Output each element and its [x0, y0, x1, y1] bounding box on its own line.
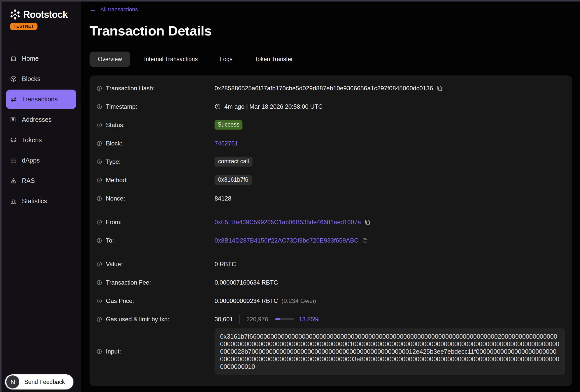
row-timestamp: Timestamp: 4m ago | Mar 18 2026 20:58:00…	[97, 97, 565, 116]
sidebar-item-label: Blocks	[22, 75, 40, 83]
info-icon[interactable]	[97, 141, 102, 146]
info-icon[interactable]	[97, 196, 102, 201]
bar-chart-icon	[10, 198, 17, 205]
row-transaction-fee: Transaction Fee: 0.000007160634 RBTC	[97, 273, 565, 292]
sidebar-item-label: Tokens	[22, 136, 42, 144]
tab-logs[interactable]: Logs	[212, 52, 241, 67]
row-block: Block: 7462761	[97, 134, 565, 152]
status-badge: Success	[215, 120, 242, 130]
info-icon[interactable]	[97, 177, 102, 183]
info-icon[interactable]	[97, 104, 102, 109]
field-label: Input:	[106, 348, 121, 355]
feedback-avatar: N	[6, 375, 19, 388]
swap-arrows-icon	[10, 96, 17, 103]
send-feedback-button[interactable]: N Send Feedback	[5, 374, 73, 389]
info-icon[interactable]	[97, 349, 102, 354]
dapps-grid-icon	[10, 157, 17, 164]
app-window: Rootstock TESTNET Home Blocks	[2, 2, 580, 392]
sidebar-item-label: Home	[22, 55, 39, 62]
gas-used-value: 30,601	[215, 316, 233, 323]
field-label: Value:	[106, 261, 122, 268]
from-address-link[interactable]: 0xF5E8a439C599205C1ab06B535de46681aed100…	[215, 219, 361, 226]
back-arrow-icon: ←	[90, 6, 96, 13]
row-transaction-hash: Transaction Hash: 0x285886525a6f37afb170…	[97, 79, 565, 97]
info-icon[interactable]	[97, 219, 102, 225]
sidebar-item-label: Statistics	[22, 198, 47, 205]
info-icon[interactable]	[97, 238, 102, 243]
tab-overview[interactable]: Overview	[90, 52, 130, 67]
sidebar-item-label: dApps	[22, 157, 40, 164]
copy-icon[interactable]	[364, 219, 370, 225]
field-label: Gas Price:	[106, 297, 134, 304]
field-label: Gas used & limit by txn:	[106, 316, 169, 323]
field-label: Nonce:	[106, 195, 125, 202]
logo-text: Rootstock	[23, 9, 68, 20]
gas-price-gwei: (0.234 Gwei)	[281, 297, 316, 304]
rootstock-logo-icon	[10, 9, 21, 20]
row-gas-used-limit: Gas used & limit by txn: 30,601 220,976 …	[97, 310, 565, 328]
gas-price-amount: 0.000000000234 RBTC	[215, 297, 278, 304]
tab-internal-transactions[interactable]: Internal Transactions	[136, 52, 206, 67]
sidebar-item-dapps[interactable]: dApps	[6, 151, 76, 170]
input-data-box: 0x3161b7f6600000000000000000000000000000…	[215, 328, 565, 375]
copy-icon[interactable]	[437, 85, 443, 91]
feedback-label: Send Feedback	[24, 379, 65, 385]
nonce-value: 84128	[215, 195, 231, 202]
info-icon[interactable]	[97, 298, 102, 304]
info-icon[interactable]	[97, 317, 102, 322]
row-type: Type: contract call	[97, 152, 565, 171]
coin-icon	[10, 137, 17, 143]
row-value: Value: 0 RBTC	[97, 255, 565, 273]
copy-icon[interactable]	[362, 238, 368, 244]
row-input: Input: 0x3161b7f660000000000000000000000…	[97, 328, 565, 375]
field-label: Transaction Hash:	[106, 85, 155, 92]
info-icon[interactable]	[97, 86, 102, 91]
mountain-icon	[10, 177, 17, 184]
back-link-label: All transactions	[100, 6, 138, 13]
contact-card-icon	[10, 116, 17, 123]
section-divider	[97, 210, 565, 210]
info-icon[interactable]	[97, 122, 102, 128]
logo-block: Rootstock TESTNET	[2, 2, 81, 30]
gas-progress-bar	[275, 318, 294, 320]
field-label: Block:	[106, 140, 122, 147]
sidebar-item-label: Transactions	[22, 96, 58, 103]
fee-amount: 0.000007160634 RBTC	[215, 279, 278, 286]
field-label: From:	[106, 219, 122, 226]
row-to: To: 0x8B14D287B4150ff22AC73Df8be720E933f…	[97, 231, 565, 250]
gas-limit-value: 220,976	[246, 316, 268, 323]
to-address-link[interactable]: 0x8B14D287B4150ff22AC73Df8be720E933f659A…	[215, 237, 358, 244]
clock-icon	[215, 103, 221, 110]
row-method: Method: 0x3161b7f6	[97, 171, 565, 189]
info-icon[interactable]	[97, 261, 102, 267]
sidebar-item-ras[interactable]: RAS	[6, 171, 76, 190]
home-icon	[10, 55, 17, 62]
row-gas-price: Gas Price: 0.000000000234 RBTC (0.234 Gw…	[97, 292, 565, 310]
timestamp-value: 4m ago | Mar 18 2026 20:58:00 UTC	[224, 103, 322, 110]
value-amount: 0 RBTC	[215, 261, 236, 268]
sidebar-item-home[interactable]: Home	[6, 49, 76, 68]
transaction-hash-value: 0x285886525a6f37afb170cbe5d029d887eb10e9…	[215, 85, 433, 92]
field-label: Transaction Fee:	[106, 279, 151, 286]
field-label: Type:	[106, 158, 121, 165]
main-content: ← All transactions Transaction Details O…	[81, 2, 580, 392]
cube-icon	[10, 75, 17, 82]
gas-percent-value: 13.85%	[299, 316, 319, 323]
method-badge: 0x3161b7f6	[215, 175, 252, 185]
transaction-details-card: Transaction Hash: 0x285886525a6f37afb170…	[90, 75, 572, 386]
sidebar-item-label: Addresses	[22, 116, 52, 123]
sidebar-item-statistics[interactable]: Statistics	[6, 191, 76, 211]
sidebar: Rootstock TESTNET Home Blocks	[2, 2, 81, 392]
network-badge: TESTNET	[10, 23, 37, 30]
sidebar-item-addresses[interactable]: Addresses	[6, 110, 76, 129]
block-number-link[interactable]: 7462761	[215, 140, 238, 147]
info-icon[interactable]	[97, 280, 102, 285]
type-badge: contract call	[215, 157, 253, 167]
sidebar-item-blocks[interactable]: Blocks	[6, 69, 76, 89]
tab-token-transfer[interactable]: Token Transfer	[246, 52, 301, 67]
tab-bar: Overview Internal Transactions Logs Toke…	[90, 52, 580, 67]
sidebar-item-tokens[interactable]: Tokens	[6, 130, 76, 150]
sidebar-item-transactions[interactable]: Transactions	[6, 90, 76, 109]
back-to-all-transactions-link[interactable]: ← All transactions	[90, 6, 138, 13]
info-icon[interactable]	[97, 159, 102, 165]
